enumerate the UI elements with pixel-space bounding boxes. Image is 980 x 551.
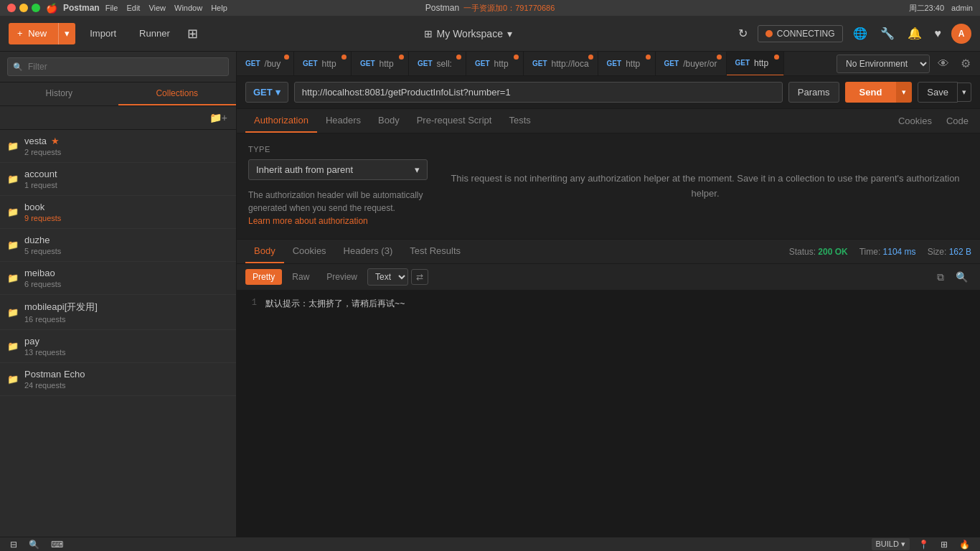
heart-icon[interactable]: ♥ [932,24,945,43]
toolbar-right: ↻ CONNECTING 🌐 🔧 🔔 ♥ A [735,24,971,44]
collection-item[interactable]: 📁 Postman Echo 24 requests [0,363,236,396]
menu-help[interactable]: Help [211,4,227,12]
builder-icon[interactable]: ⊞ [184,23,201,44]
code-link[interactable]: Code [943,110,971,132]
search-bottom-icon[interactable]: 🔍 [26,537,42,552]
auth-type-select[interactable]: Inherit auth from parent ▾ [248,159,428,180]
collection-meta: 6 requests [24,280,229,288]
eye-icon[interactable]: 👁 [934,55,953,72]
new-button-label[interactable]: + New [9,28,55,39]
resp-tab-test-results[interactable]: Test Results [401,240,469,263]
resp-tab-body[interactable]: Body [245,240,284,263]
modified-dot [774,55,779,60]
bell-icon[interactable]: 🔔 [905,24,925,43]
tab-label: /buy [265,59,281,69]
req-tab-http4[interactable]: GET http [598,52,656,76]
keyboard-icon[interactable]: ⌨ [48,537,66,552]
collection-item[interactable]: 📁 duzhe 5 requests [0,229,236,262]
wrap-icon[interactable]: ⇄ [411,269,428,285]
send-dropdown-button[interactable]: ▾ [896,82,912,103]
folder-icon: 📁 [7,207,19,217]
import-button[interactable]: Import [81,24,125,43]
collection-name: vesta ★ [24,136,229,146]
connecting-button[interactable]: CONNECTING [758,25,843,42]
format-raw-button[interactable]: Raw [285,269,316,285]
tab-tests[interactable]: Tests [500,109,539,133]
collection-item[interactable]: 📁 vesta ★ 2 requests [0,130,236,163]
cookies-link[interactable]: Cookies [895,110,935,132]
collection-meta: 24 requests [24,381,229,390]
add-collection-icon[interactable]: 📁+ [207,110,230,125]
format-preview-button[interactable]: Preview [319,269,364,285]
tab-headers[interactable]: Headers [317,109,369,133]
tab-history[interactable]: History [0,83,118,105]
response-type-select[interactable]: Text [367,268,408,286]
close-button[interactable] [7,4,16,12]
send-button[interactable]: Send [845,82,897,103]
workspace-button[interactable]: ⊞ My Workspace ▾ [417,24,519,44]
globe-icon[interactable]: 🌐 [850,24,870,43]
location-icon[interactable]: 📍 [915,537,932,552]
sidebar-toggle-icon[interactable]: ⊟ [7,537,20,552]
search-response-button[interactable]: 🔍 [952,269,971,286]
menu-edit[interactable]: Edit [126,4,140,12]
save-dropdown-button[interactable]: ▾ [958,83,971,102]
url-input[interactable] [294,82,783,103]
collection-item[interactable]: 📁 account 1 request [0,163,236,196]
new-button[interactable]: + New ▾ [9,23,75,44]
environment-select[interactable]: No Environment [837,55,930,73]
collection-meta: 13 requests [24,348,229,357]
req-tab-http3[interactable]: GET http [466,52,524,76]
copy-response-button[interactable]: ⧉ [933,269,948,286]
modified-dot [514,55,519,60]
menu-view[interactable]: View [149,4,166,12]
format-pretty-button[interactable]: Pretty [245,269,282,285]
save-button[interactable]: Save [918,82,958,103]
runner-button[interactable]: Runner [131,24,179,43]
code-line-1: 1 默认提示：太拥挤了，请稍后再试~~ [237,296,980,311]
params-button[interactable]: Params [788,82,839,103]
settings-icon[interactable]: ⚙ [957,55,974,72]
build-button[interactable]: BUILD ▾ [872,538,910,550]
sync-icon[interactable]: ↻ [735,24,750,43]
method-select[interactable]: GET ▾ [245,82,288,103]
auth-type-dropdown-icon: ▾ [415,164,420,175]
menu-file[interactable]: File [105,4,118,12]
filter-input[interactable] [7,57,229,76]
maximize-button[interactable] [32,4,40,12]
app-name: Postman [63,3,100,13]
req-tab-buy[interactable]: GET /buy [237,52,294,76]
req-tab-http2[interactable]: GET http [352,52,409,76]
collection-item[interactable]: 📁 pay 13 requests [0,330,236,363]
menu-window[interactable]: Window [174,4,202,12]
tab-label: sell: [437,59,452,69]
auth-learn-more-link[interactable]: Learn more about authorization [248,216,368,226]
req-tab-http1[interactable]: GET http [294,52,352,76]
layout-icon[interactable]: ⊞ [938,537,951,552]
new-dropdown-arrow[interactable]: ▾ [58,23,75,44]
minimize-button[interactable] [19,4,28,12]
collection-info: Postman Echo 24 requests [24,369,229,390]
collection-info: book 9 requests [24,202,229,222]
resp-tab-cookies[interactable]: Cookies [284,240,335,263]
collection-item[interactable]: 📁 meibao 6 requests [0,262,236,295]
req-tab-buyer[interactable]: GET /buyer/or [656,52,727,76]
wrench-icon[interactable]: 🔧 [877,24,897,43]
collection-item[interactable]: 📁 mobileapi[开发用] 16 requests [0,295,236,330]
tab-collections[interactable]: Collections [118,83,237,105]
time-value: 1104 ms [883,247,916,257]
req-tab-active[interactable]: GET http [727,52,784,76]
auth-info: This request is not inheriting any autho… [442,145,969,227]
tab-authorization[interactable]: Authorization [245,109,317,133]
req-tab-sell[interactable]: GET sell: [409,52,466,76]
flame-icon[interactable]: 🔥 [956,537,973,552]
collection-item[interactable]: 📁 book 9 requests [0,196,236,229]
time-display: 周二23:40 [909,3,945,14]
avatar[interactable]: A [951,24,971,44]
sidebar: 🔍 History Collections 📁+ 📁 vesta ★ 2 req… [0,52,237,537]
resp-tab-headers[interactable]: Headers (3) [335,240,402,263]
tab-pre-request[interactable]: Pre-request Script [408,109,501,133]
req-tab-localhost[interactable]: GET http://loca [524,52,598,76]
workspace-label: My Workspace [437,28,503,39]
tab-body[interactable]: Body [369,109,408,133]
